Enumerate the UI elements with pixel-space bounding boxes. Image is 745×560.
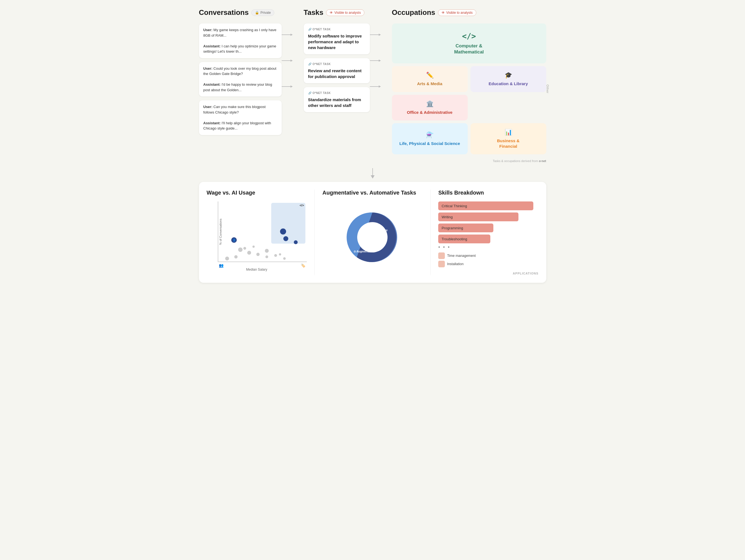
education-icon: 🎓 — [505, 72, 512, 79]
divider-1 — [315, 190, 315, 275]
dot-blue-2 — [283, 236, 288, 241]
conversation-card-3[interactable]: User: Can you make sure this blogpost fo… — [199, 100, 282, 135]
arrow-right-icon-1 — [282, 32, 293, 37]
task-card-2[interactable]: 🔗 O*NET TASK Review and rewrite content … — [304, 58, 370, 83]
skills-list: Critical Thinking Writing Programming Tr… — [438, 201, 538, 243]
arrow-5 — [370, 50, 381, 72]
task-text-3: Standardize materials from other writers… — [308, 97, 365, 108]
occupations-grid-wrapper: </> Computer &Mathematical ✏️ Arts & Med… — [392, 24, 546, 154]
chart-background: </> 👤 — [218, 201, 307, 262]
user-label-3: User: — [203, 105, 214, 109]
wage-title: Wage vs. AI Usage — [207, 190, 307, 196]
skill-bar-critical: Critical Thinking — [438, 201, 538, 210]
swatch-time — [438, 253, 445, 259]
task-card-1[interactable]: 🔗 O*NET TASK Modify software to improve … — [304, 24, 370, 54]
assistant-label-3: Assistant: — [203, 121, 222, 125]
conversations-header: Conversations 🔒 Private — [199, 8, 282, 17]
down-arrow — [199, 168, 546, 179]
occ-arts[interactable]: ✏️ Arts & Media — [392, 66, 468, 92]
arrows-col-1 — [282, 8, 293, 98]
private-badge: 🔒 Private — [251, 9, 274, 16]
occupations-title: Occupations — [392, 8, 435, 17]
occ-science[interactable]: ⚗️ Life, Physical & Social Science — [392, 123, 468, 154]
svg-marker-1 — [291, 34, 293, 36]
legend-install: Installation — [438, 261, 538, 267]
arrow-right-icon-4 — [370, 32, 381, 37]
user-label-2: User: — [203, 66, 214, 71]
top-section: Conversations 🔒 Private User: My game ke… — [199, 8, 546, 163]
dot-gray-6 — [234, 255, 237, 259]
tasks-header: Tasks 👁 Visible to analysts — [304, 8, 370, 17]
assistant-label-2: Assistant: — [203, 83, 222, 87]
office-icon: 🏛️ — [426, 100, 433, 107]
dot-gray-1 — [238, 248, 242, 252]
dot-gray-2 — [247, 251, 251, 255]
link-icon-2: 🔗 — [308, 62, 312, 66]
conversations-title: Conversations — [199, 8, 249, 17]
other-label: Other — [546, 84, 549, 93]
dot-gray-7 — [244, 247, 246, 250]
bottom-left-icon: 👥 — [219, 263, 224, 268]
occ-arts-name: Arts & Media — [417, 81, 442, 87]
science-icon: ⚗️ — [426, 131, 433, 139]
occupations-column: Occupations 👁 Visible to analysts </> Co… — [381, 8, 546, 163]
tasks-column: Tasks 👁 Visible to analysts 🔗 O*NET TASK… — [293, 8, 370, 112]
conversation-card-1[interactable]: User: My game keeps crashing as I only h… — [199, 24, 282, 58]
occ-education[interactable]: 🎓 Education & Library — [471, 66, 546, 92]
svg-text:⚙: ⚙ — [379, 225, 382, 228]
conversation-card-2[interactable]: User: Could you look over my blog post a… — [199, 62, 282, 97]
skill-bar-writing: Writing — [438, 212, 538, 221]
skill-fill-writing: Writing — [438, 212, 518, 221]
arrow-2 — [282, 50, 293, 72]
dot-gray-5 — [274, 254, 277, 257]
arrow-6 — [370, 75, 381, 98]
svg-marker-13 — [371, 175, 375, 178]
skill-legend: Time management Installation — [438, 253, 538, 267]
dot-gray-8 — [253, 245, 255, 248]
visible-badge-tasks: 👁 Visible to analysts — [326, 9, 364, 16]
arrow-4 — [370, 24, 381, 46]
donut-chart-svg: ⚙ Automative ⊙ Augmentative — [345, 210, 400, 265]
arrow-right-icon-2 — [282, 58, 293, 63]
link-icon-3: 🔗 — [308, 91, 312, 95]
occ-business[interactable]: 📊 Business &Financial — [471, 123, 546, 154]
tasks-title: Tasks — [304, 8, 324, 17]
task-card-3[interactable]: 🔗 O*NET TASK Standardize materials from … — [304, 87, 370, 112]
person-icon: 👤 — [233, 239, 236, 241]
arrow-3 — [282, 75, 293, 98]
svg-marker-7 — [379, 34, 381, 36]
skill-fill-troubleshooting: Troubleshooting — [438, 234, 490, 243]
task-label-3: 🔗 O*NET TASK — [308, 91, 365, 95]
x-axis-label: Median Salary — [207, 268, 307, 271]
svg-text:Automative: Automative — [372, 229, 388, 232]
occ-office[interactable]: 🏛️ Office & Administrative — [392, 95, 468, 121]
skill-fill-critical: Critical Thinking — [438, 201, 533, 210]
arrow-right-icon-3 — [282, 84, 293, 89]
divider-2 — [430, 190, 430, 275]
code-label: </> — [300, 204, 304, 207]
donut-title: Augmentative vs. Automative Tasks — [322, 190, 423, 196]
task-label-1: 🔗 O*NET TASK — [308, 27, 365, 31]
lock-icon: 🔒 — [255, 11, 259, 14]
dot-blue-3 — [294, 240, 298, 244]
more-dots: • • • — [438, 244, 538, 250]
task-label-2: 🔗 O*NET TASK — [308, 62, 365, 66]
dot-gray-3 — [256, 253, 260, 256]
bottom-right-icon: 🏷️ — [301, 263, 305, 268]
wage-chart: % of Conversations </> 👤 — [207, 201, 307, 273]
occupations-header: Occupations 👁 Visible to analysts — [392, 8, 546, 17]
occ-office-name: Office & Administrative — [407, 110, 452, 115]
occ-business-name: Business &Financial — [497, 138, 520, 149]
occ-computer-name: Computer &Mathematical — [454, 43, 484, 55]
occ-computer[interactable]: </> Computer &Mathematical — [392, 24, 546, 63]
skill-bar-programming: Programming — [438, 224, 538, 232]
user-label: User: — [203, 28, 214, 32]
wage-chart-area: % of Conversations </> 👤 — [218, 201, 307, 262]
arrows-col-2 — [370, 8, 381, 98]
conversations-column: Conversations 🔒 Private User: My game ke… — [199, 8, 282, 135]
dot-gray-12 — [283, 257, 286, 260]
occ-education-name: Education & Library — [489, 81, 528, 87]
main-container: Conversations 🔒 Private User: My game ke… — [199, 8, 546, 283]
onet-note: Tasks & occupations derived from o·net — [392, 159, 546, 163]
dot-gray-9 — [225, 257, 229, 260]
